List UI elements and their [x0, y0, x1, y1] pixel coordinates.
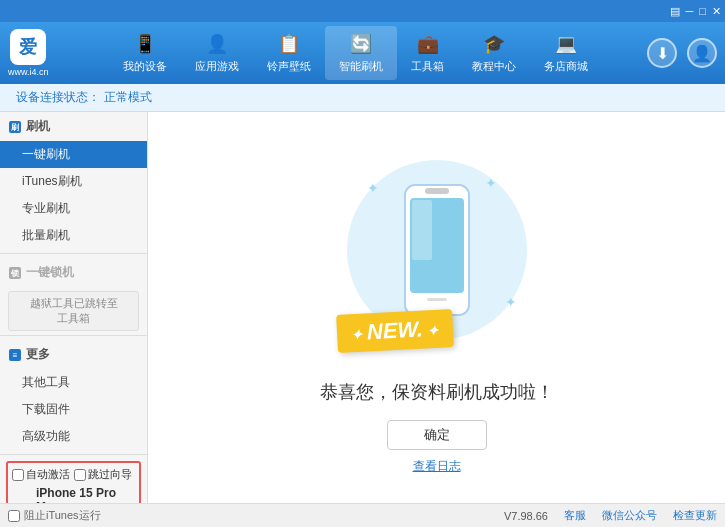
maximize-icon[interactable]: □ [699, 5, 706, 17]
sidebar-warning-box: 越狱工具已跳转至 工具箱 [8, 291, 139, 331]
sparkle-3: ✦ [505, 294, 517, 310]
nav-ringtone[interactable]: 📋 铃声壁纸 [253, 26, 325, 80]
block-itunes-label: 阻止iTunes运行 [24, 508, 101, 523]
wechat-link[interactable]: 微信公众号 [602, 508, 657, 523]
nav-tutorial[interactable]: 🎓 教程中心 [458, 26, 530, 80]
svg-rect-10 [412, 200, 432, 260]
header: 爱 www.i4.cn 📱 我的设备 👤 应用游戏 📋 铃声壁纸 🔄 智能刷机 … [0, 22, 725, 84]
device-section: 自动激活 跳过向导 📱 iPhone 15 Pro Max 512GB iPho… [6, 461, 141, 503]
log-link[interactable]: 查看日志 [413, 458, 461, 475]
device-name: iPhone 15 Pro Max [36, 486, 135, 503]
success-message: 恭喜您，保资料刷机成功啦！ [320, 380, 554, 404]
svg-text:≡: ≡ [13, 351, 18, 360]
main-layout: 刷 刷机 一键刷机 iTunes刷机 专业刷机 批量刷机 锁 一键锁机 越狱工具… [0, 112, 725, 503]
sidebar-item-batch-flash[interactable]: 批量刷机 [0, 222, 147, 249]
user-button[interactable]: 👤 [687, 38, 717, 68]
service-icon: 💻 [554, 32, 578, 56]
auto-activate-label[interactable]: 自动激活 [12, 467, 70, 482]
sidebar-divider-3 [0, 454, 147, 455]
sidebar-item-other-tools[interactable]: 其他工具 [0, 369, 147, 396]
sidebar-item-download-firmware[interactable]: 下载固件 [0, 396, 147, 423]
status-value: 正常模式 [104, 89, 152, 106]
logo: 爱 www.i4.cn [8, 29, 49, 77]
sidebar-item-advanced[interactable]: 高级功能 [0, 423, 147, 450]
sidebar-item-pro-flash[interactable]: 专业刷机 [0, 195, 147, 222]
nav-bar: 📱 我的设备 👤 应用游戏 📋 铃声壁纸 🔄 智能刷机 💼 工具箱 🎓 教程中心… [65, 26, 647, 80]
tutorial-icon: 🎓 [482, 32, 506, 56]
logo-url: www.i4.cn [8, 67, 49, 77]
close-icon[interactable]: ✕ [712, 5, 721, 18]
nav-smart-flash[interactable]: 🔄 智能刷机 [325, 26, 397, 80]
sidebar-item-one-key-flash[interactable]: 一键刷机 [0, 141, 147, 168]
nav-app-games[interactable]: 👤 应用游戏 [181, 26, 253, 80]
nav-my-device[interactable]: 📱 我的设备 [109, 26, 181, 80]
app-games-icon: 👤 [205, 32, 229, 56]
version-label: V7.98.66 [504, 510, 548, 522]
bottom-bar-left: 阻止iTunes运行 [8, 508, 101, 523]
my-device-icon: 📱 [133, 32, 157, 56]
minimize-icon[interactable]: ─ [686, 5, 694, 17]
device-info: 📱 iPhone 15 Pro Max 512GB iPhone [12, 486, 135, 503]
download-button[interactable]: ⬇ [647, 38, 677, 68]
device-checkboxes: 自动激活 跳过向导 [12, 467, 135, 482]
block-itunes-checkbox[interactable] [8, 510, 20, 522]
tools-icon: 💼 [416, 32, 440, 56]
bottom-bar: 阻止iTunes运行 V7.98.66 客服 微信公众号 检查更新 [0, 503, 725, 527]
nav-tools[interactable]: 💼 工具箱 [397, 26, 458, 80]
sidebar-section-flash: 刷 刷机 [0, 112, 147, 141]
sidebar-item-itunes-flash[interactable]: iTunes刷机 [0, 168, 147, 195]
svg-rect-8 [425, 188, 449, 194]
sidebar: 刷 刷机 一键刷机 iTunes刷机 专业刷机 批量刷机 锁 一键锁机 越狱工具… [0, 112, 148, 503]
ringtone-icon: 📋 [277, 32, 301, 56]
sidebar-divider-1 [0, 253, 147, 254]
device-phone-icon: 📱 [12, 502, 32, 504]
sidebar-divider-2 [0, 335, 147, 336]
sidebar-section-more: ≡ 更多 [0, 340, 147, 369]
nav-service[interactable]: 💻 务店商城 [530, 26, 602, 80]
window-titlebar: ▤ ─ □ ✕ [0, 0, 725, 22]
flash-section-icon: 刷 [8, 120, 22, 134]
sidebar-section-restore: 锁 一键锁机 [0, 258, 147, 287]
status-prefix: 设备连接状态： [16, 89, 100, 106]
customer-service-link[interactable]: 客服 [564, 508, 586, 523]
confirm-button[interactable]: 确定 [387, 420, 487, 450]
check-update-link[interactable]: 检查更新 [673, 508, 717, 523]
new-badge: NEW. [336, 309, 453, 353]
sparkle-2: ✦ [485, 175, 497, 191]
svg-rect-9 [427, 298, 447, 301]
more-section-icon: ≡ [8, 348, 22, 362]
phone-illustration: ✦ ✦ ✦ NEW. [337, 140, 537, 360]
menu-icon[interactable]: ▤ [670, 5, 680, 18]
auto-activate-checkbox[interactable] [12, 469, 24, 481]
restore-section-icon: 锁 [8, 266, 22, 280]
svg-text:锁: 锁 [10, 269, 20, 278]
logo-icon: 爱 [10, 29, 46, 65]
device-details: iPhone 15 Pro Max 512GB iPhone [36, 486, 135, 503]
bottom-bar-right: V7.98.66 客服 微信公众号 检查更新 [504, 508, 717, 523]
time-guide-checkbox[interactable] [74, 469, 86, 481]
sparkle-1: ✦ [367, 180, 379, 196]
phone-svg [397, 180, 477, 320]
svg-text:刷: 刷 [10, 123, 19, 132]
main-content: ✦ ✦ ✦ NEW. [148, 112, 725, 503]
smart-flash-icon: 🔄 [349, 32, 373, 56]
time-guide-label[interactable]: 跳过向导 [74, 467, 132, 482]
header-right: ⬇ 👤 [647, 38, 717, 68]
status-bar: 设备连接状态： 正常模式 [0, 84, 725, 112]
